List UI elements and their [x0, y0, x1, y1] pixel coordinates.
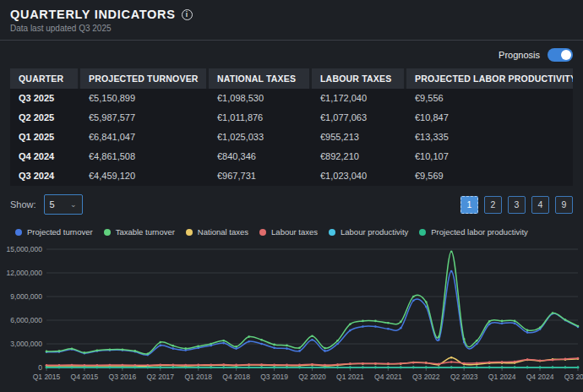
data-point-taxable-turnover — [84, 351, 86, 354]
data-point-taxable-turnover — [362, 320, 364, 323]
cell-national-taxes: €840,346 — [209, 147, 309, 166]
cell-projected-turnover: €4,861,508 — [80, 147, 206, 166]
column-header-national-taxes[interactable]: NATIONAL TAXES — [209, 68, 309, 89]
data-point-labour-taxes — [349, 362, 351, 365]
data-point-labour-taxes — [122, 364, 124, 367]
data-point-taxable-turnover — [122, 348, 124, 351]
cell-projected-turnover: €5,987,577 — [80, 108, 206, 128]
data-point-labour-taxes — [488, 362, 491, 364]
data-point-labour-taxes — [476, 362, 478, 365]
legend-item-taxable-turnover[interactable]: Taxable turnover — [104, 227, 175, 237]
page-button-4[interactable]: 4 — [531, 196, 549, 214]
indicators-table: QUARTERPROJECTED TURNOVERNATIONAL TAXESL… — [10, 68, 573, 186]
data-point-taxable-turnover — [438, 335, 440, 338]
cell-projected-turnover: €6,841,047 — [80, 128, 206, 147]
data-point-labour-taxes — [273, 364, 275, 367]
legend-label: Taxable turnover — [116, 227, 175, 237]
data-point-taxable-turnover — [400, 321, 402, 324]
data-point-projected-turnover — [412, 299, 415, 302]
prognosis-toggle[interactable] — [548, 48, 573, 62]
data-point-labour-taxes — [336, 363, 339, 366]
y-axis-tick-label: 15,000,000 — [6, 245, 42, 253]
data-point-projected-labor-productivity — [463, 367, 466, 369]
table-controls-row: Show: 5 ⌄ 12349 — [10, 194, 573, 215]
data-point-labour-taxes — [438, 362, 440, 365]
data-point-labour-taxes — [298, 364, 301, 367]
data-point-projected-turnover — [286, 347, 288, 350]
column-header-labour-taxes[interactable]: LABOUR TAXES — [312, 68, 404, 89]
data-point-projected-labor-productivity — [438, 367, 440, 369]
data-point-labour-taxes — [577, 357, 580, 360]
pagination: 12349 — [460, 196, 573, 214]
data-point-projected-turnover — [349, 329, 351, 332]
data-point-projected-labor-productivity — [248, 367, 250, 369]
cell-projected-labor-productivity: €13,335 — [406, 128, 573, 147]
legend-item-national-taxes[interactable]: National taxes — [186, 227, 248, 237]
data-point-projected-labor-productivity — [324, 367, 326, 369]
data-point-taxable-turnover — [476, 340, 478, 342]
cell-projected-turnover: €4,459,120 — [80, 166, 206, 186]
data-point-projected-labor-productivity — [46, 367, 48, 369]
data-point-labour-taxes — [58, 364, 61, 367]
page-button-9[interactable]: 9 — [555, 196, 573, 214]
data-point-labour-taxes — [425, 362, 428, 364]
cell-labour-taxes: €955,213 — [312, 128, 404, 147]
data-point-projected-turnover — [374, 325, 377, 328]
x-axis-tick-label: Q3 2019 — [260, 373, 288, 381]
data-point-labour-taxes — [387, 362, 390, 365]
indicators-line-chart[interactable]: 03,000,0006,000,0009,000,00012,000,00015… — [0, 239, 583, 391]
data-point-labour-taxes — [311, 363, 313, 366]
legend-item-projected-labor-productivity[interactable]: Projected labor productivity — [419, 227, 528, 237]
x-axis-tick-label: Q1 2015 — [33, 373, 61, 381]
quarterly-indicators-panel: QUARTERLY INDICATORS i Data last updated… — [0, 0, 583, 392]
data-point-taxable-turnover — [526, 329, 529, 331]
data-point-projected-turnover — [387, 328, 390, 330]
data-point-projected-labor-productivity — [122, 367, 124, 369]
data-point-labour-taxes — [260, 363, 263, 366]
cell-labour-taxes: €1,172,040 — [312, 89, 404, 108]
cell-quarter: Q3 2024 — [10, 166, 78, 186]
data-point-projected-labor-productivity — [362, 367, 364, 369]
chart-legend: Projected turnoverTaxable turnoverNation… — [15, 227, 573, 237]
page-button-3[interactable]: 3 — [508, 196, 526, 214]
x-axis-tick-label: Q2 2017 — [146, 373, 174, 381]
cell-quarter: Q3 2025 — [10, 89, 78, 108]
data-point-labour-taxes — [286, 364, 288, 367]
data-point-labour-taxes — [374, 362, 377, 365]
data-point-labour-taxes — [564, 358, 567, 361]
data-point-projected-labor-productivity — [172, 367, 175, 369]
data-point-projected-labor-productivity — [298, 367, 301, 369]
data-point-projected-labor-productivity — [96, 367, 99, 369]
page-button-2[interactable]: 2 — [484, 196, 502, 214]
x-axis-tick-label: Q2 2023 — [450, 373, 478, 381]
series-line-taxable-turnover — [46, 252, 578, 354]
legend-item-projected-turnover[interactable]: Projected turnover — [15, 227, 93, 237]
legend-item-labour-taxes[interactable]: Labour taxes — [259, 227, 318, 237]
data-point-taxable-turnover — [172, 345, 175, 347]
data-point-taxable-turnover — [222, 340, 225, 342]
y-axis-tick-label: 12,000,000 — [6, 269, 42, 277]
data-point-taxable-turnover — [387, 322, 390, 324]
data-point-projected-labor-productivity — [235, 367, 237, 369]
column-header-projected-labor-productivity[interactable]: PROJECTED LABOR PRODUCTIVITY — [406, 68, 573, 89]
table-row: Q2 2025€5,987,577€1,011,876€1,077,063€10… — [10, 108, 573, 128]
legend-item-labour-productivity[interactable]: Labour productivity — [329, 227, 408, 237]
cell-projected-turnover: €5,150,899 — [80, 89, 206, 108]
x-axis-tick-label: Q3 2025 — [564, 373, 583, 381]
legend-label: Labour productivity — [341, 227, 408, 237]
page-size-select[interactable]: 5 ⌄ — [44, 194, 83, 215]
y-axis-tick-label: 6,000,000 — [10, 316, 42, 324]
page-button-1[interactable]: 1 — [460, 196, 478, 214]
data-point-projected-labor-productivity — [109, 367, 112, 369]
cell-national-taxes: €1,025,033 — [209, 128, 309, 147]
data-point-taxable-turnover — [286, 345, 288, 347]
data-point-projected-turnover — [362, 325, 364, 328]
data-point-labour-taxes — [96, 364, 99, 367]
column-header-quarter[interactable]: QUARTER — [10, 68, 78, 89]
data-point-projected-labor-productivity — [501, 367, 504, 369]
data-point-projected-labor-productivity — [526, 367, 529, 369]
info-icon[interactable]: i — [182, 9, 193, 20]
x-axis-tick-label: Q1 2024 — [488, 373, 516, 381]
data-point-projected-turnover — [222, 342, 225, 345]
column-header-projected-turnover[interactable]: PROJECTED TURNOVER — [80, 68, 206, 89]
